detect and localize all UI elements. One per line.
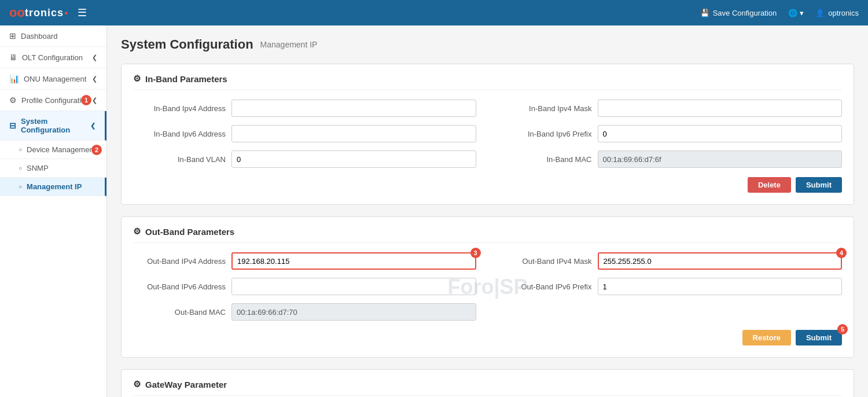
in-band-vlan-input[interactable] <box>231 150 476 168</box>
out-band-actions: Restore Submit 5 <box>133 330 842 345</box>
in-band-ipv4-mask-row: In-Band Ipv4 Mask <box>499 100 843 117</box>
in-band-form-grid: In-Band Ipv4 Address In-Band Ipv4 Mask I… <box>133 100 842 168</box>
out-band-ipv6-addr-row: Out-Band IPv6 Address <box>133 278 476 295</box>
settings-icon: ⚙ <box>133 73 141 84</box>
in-band-ipv6-prefix-label: In-Band Ipv6 Prefix <box>499 130 592 138</box>
badge-1: 1 <box>81 95 91 105</box>
in-band-ipv6-addr-row: In-Band Ipv6 Address <box>133 125 476 142</box>
profile-icon: ⚙ <box>9 95 17 105</box>
sidebar-item-label: System Configuration <box>21 117 90 134</box>
out-band-mac-label: Out-Band MAC <box>133 308 226 317</box>
sidebar-item-mgmt-ip[interactable]: ○ Management IP <box>0 178 106 196</box>
sidebar-item-olt-config[interactable]: 🖥 OLT Configuration ❮ <box>0 47 106 68</box>
in-band-section: ⚙ In-Band Parameters In-Band Ipv4 Addres… <box>121 64 854 205</box>
user-name: optronics <box>828 9 859 17</box>
out-band-ipv6-addr-input[interactable] <box>231 278 476 295</box>
out-band-mac-row: Out-Band MAC <box>133 303 476 321</box>
brand-logo[interactable]: oo tronics ● <box>9 5 68 20</box>
in-band-ipv6-prefix-input[interactable] <box>598 125 843 142</box>
out-band-ipv4-mask-label: Out-Band IPv4 Mask <box>499 257 592 266</box>
out-band-form-grid: Out-Band IPv4 Address 3 Out-Band IPv4 Ma… <box>133 252 842 321</box>
chevron-icon: ❮ <box>92 75 97 83</box>
out-band-ipv6-prefix-label: Out-Band IPv6 Prefix <box>499 282 592 291</box>
in-band-ipv4-mask-input[interactable] <box>598 100 843 117</box>
dashboard-icon: ⊞ <box>9 31 16 41</box>
logo-tronics: tronics <box>25 7 64 19</box>
sidebar-item-profile-config[interactable]: ⚙ Profile Configuration 1 ❮ <box>0 90 106 111</box>
in-band-ipv4-addr-row: In-Band Ipv4 Address <box>133 100 476 117</box>
in-band-ipv4-addr-label: In-Band Ipv4 Address <box>133 104 226 113</box>
out-band-ipv4-addr-input[interactable] <box>231 252 476 270</box>
out-band-ipv6-prefix-row: Out-Band IPv6 Prefix <box>499 278 843 295</box>
navbar-right: 💾 Save Configuration 🌐 ▾ 👤 optronics <box>700 9 859 17</box>
chevron-icon: ❮ <box>92 97 97 104</box>
onu-icon: 📊 <box>9 74 19 83</box>
out-band-ipv4-addr-label: Out-Band IPv4 Address <box>133 257 226 266</box>
in-band-section-title: In-Band Parameters <box>145 74 227 84</box>
in-band-ipv4-addr-input[interactable] <box>231 100 476 117</box>
page-subtitle: Management IP <box>260 40 318 49</box>
hamburger-icon[interactable]: ☰ <box>78 6 87 19</box>
language-button[interactable]: 🌐 ▾ <box>788 9 804 17</box>
circle-icon: ○ <box>19 146 22 153</box>
globe-icon: 🌐 <box>788 9 797 17</box>
save-config-button[interactable]: 💾 Save Configuration <box>700 9 777 17</box>
out-band-ipv4-mask-row: Out-Band IPv4 Mask 4 <box>499 252 843 270</box>
out-band-ipv4-addr-row: Out-Band IPv4 Address 3 <box>133 252 476 270</box>
system-icon: ⊟ <box>9 121 16 130</box>
in-band-mac-label: In-Band MAC <box>499 155 592 164</box>
out-band-submit-button[interactable]: Submit <box>796 330 842 345</box>
sidebar-item-dashboard[interactable]: ⊞ Dashboard <box>0 25 106 47</box>
circle-icon: ○ <box>19 165 22 171</box>
in-band-section-header: ⚙ In-Band Parameters <box>133 73 842 90</box>
settings-icon: ⚙ <box>133 379 141 389</box>
out-band-ipv4-mask-wrapper: 4 <box>598 252 843 270</box>
sidebar-item-onu-mgmt[interactable]: 📊 ONU Management ❮ <box>0 68 106 90</box>
out-band-ipv6-addr-label: Out-Band IPv6 Address <box>133 282 226 291</box>
navbar: oo tronics ● ☰ 💾 Save Configuration 🌐 ▾ … <box>0 0 868 25</box>
sidebar-sub-label: Device Management <box>27 145 95 154</box>
sidebar-item-label: OLT Configuration <box>22 53 83 62</box>
chevron-icon: ❮ <box>90 122 95 130</box>
out-band-empty <box>499 303 843 321</box>
navbar-left: oo tronics ● ☰ <box>9 5 87 20</box>
sidebar-item-device-mgmt[interactable]: ○ Device Management 2 <box>0 141 106 159</box>
in-band-ipv6-addr-input[interactable] <box>231 125 476 142</box>
out-band-ipv6-prefix-input[interactable] <box>598 278 843 295</box>
sidebar: ⊞ Dashboard 🖥 OLT Configuration ❮ 📊 ONU … <box>0 25 107 397</box>
sidebar-item-label: ONU Management <box>24 75 86 83</box>
out-band-ipv4-mask-input[interactable] <box>598 252 843 270</box>
olt-icon: 🖥 <box>9 53 17 62</box>
sidebar-sub-label: SNMP <box>27 164 49 172</box>
gateway-section-header: ⚙ GateWay Parameter <box>133 379 842 396</box>
sidebar-sub-label: Management IP <box>27 182 82 191</box>
sidebar-item-label: Profile Configuration <box>21 96 90 105</box>
out-band-restore-button[interactable]: Restore <box>742 330 791 345</box>
in-band-mac-input <box>598 150 843 168</box>
badge-4: 4 <box>836 248 847 258</box>
logo-dot: ● <box>64 9 68 16</box>
sidebar-item-snmp[interactable]: ○ SNMP <box>0 159 106 178</box>
out-band-submit-wrapper: Submit 5 <box>796 330 842 345</box>
in-band-submit-button[interactable]: Submit <box>796 177 842 193</box>
save-icon: 💾 <box>700 9 709 17</box>
page-title: System Configuration <box>121 37 253 52</box>
chevron-down-icon: ▾ <box>800 9 804 17</box>
logo-oo: oo <box>9 5 25 20</box>
circle-icon: ○ <box>19 183 22 190</box>
gateway-section: ⚙ GateWay Parameter IPv4 GateWay 6 IPv6 … <box>121 369 854 397</box>
in-band-mac-row: In-Band MAC <box>499 150 843 168</box>
out-band-section-title: Out-Band Parameters <box>145 227 234 237</box>
sidebar-item-system-config[interactable]: ⊟ System Configuration ❮ <box>0 111 106 141</box>
in-band-delete-button[interactable]: Delete <box>748 177 791 193</box>
badge-5: 5 <box>837 324 848 334</box>
gateway-section-title: GateWay Parameter <box>145 380 227 389</box>
in-band-vlan-label: In-Band VLAN <box>133 155 226 164</box>
in-band-ipv6-prefix-row: In-Band Ipv6 Prefix <box>499 125 843 142</box>
in-band-ipv6-addr-label: In-Band Ipv6 Address <box>133 130 226 138</box>
save-config-label: Save Configuration <box>713 9 777 17</box>
settings-icon: ⚙ <box>133 226 141 237</box>
user-menu[interactable]: 👤 optronics <box>815 9 859 17</box>
app-container: ⊞ Dashboard 🖥 OLT Configuration ❮ 📊 ONU … <box>0 25 868 397</box>
out-band-section-header: ⚙ Out-Band Parameters <box>133 226 842 243</box>
